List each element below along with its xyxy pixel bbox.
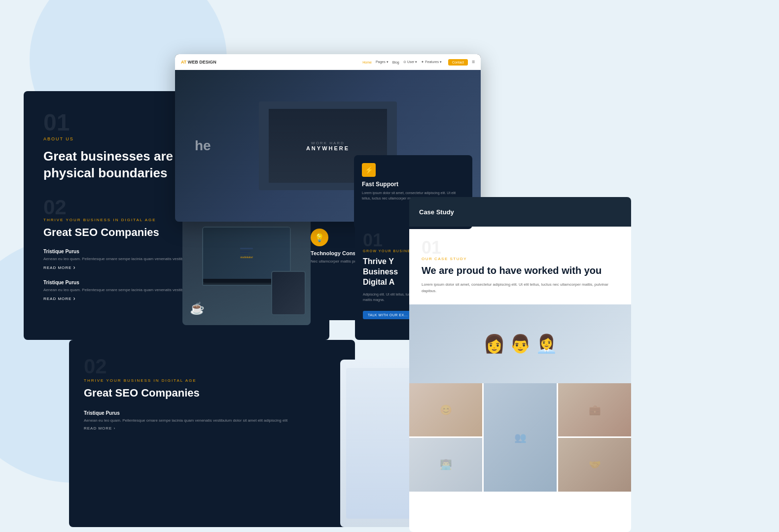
nav-home[interactable]: Home xyxy=(362,61,372,64)
coffee-cup: ☕ xyxy=(190,301,205,315)
talk-button[interactable]: TALK WITH OUR EX... xyxy=(363,311,413,319)
proud-top: 01 OUR CASE STUDY We are proud to have w… xyxy=(409,227,631,304)
gallery-item-4: 👨‍💻 xyxy=(409,438,482,492)
gallery-person-5: 🤝 xyxy=(589,459,601,470)
proud-text: Lorem ipsum dolor sit amet, consectetur … xyxy=(422,282,619,295)
seo-lower-num: 02 xyxy=(84,355,340,378)
nav-pages[interactable]: Pages ▾ xyxy=(376,60,389,64)
person-icon-2: 👨 xyxy=(509,333,531,354)
seo-lower-item: Tristique Purus Aenean eu leo quam. Pell… xyxy=(84,410,340,431)
proud-label: OUR CASE STUDY xyxy=(422,257,619,261)
browser-bar: AT WEB DESIGN Home Pages ▾ Blog ⊙ User ▾… xyxy=(175,54,481,70)
support-title: Fast Support xyxy=(362,181,464,188)
person-icon-1: 👩 xyxy=(483,333,505,354)
seo-lower-label: THRIVE YOUR BUSINESS IN DIGITAL AGE xyxy=(84,378,340,383)
screen-content: studiokabul xyxy=(238,245,255,262)
nav-features[interactable]: ✦ Features ▾ xyxy=(421,60,442,64)
gallery-item-1: 😊 xyxy=(409,383,482,437)
case-study-title: Case Study xyxy=(419,208,454,216)
proud-gallery: 😊 👥 💼 👨‍💻 🤝 xyxy=(409,383,631,492)
tablet xyxy=(271,271,306,315)
browser-nav: Home Pages ▾ Blog ⊙ User ▾ ✦ Features ▾ … xyxy=(362,59,475,66)
person-icon-3: 👩‍💼 xyxy=(535,333,558,354)
gallery-item-3: 💼 xyxy=(558,383,631,437)
gallery-item-2: 👥 xyxy=(484,383,557,492)
consulting-icon: 💡 xyxy=(311,229,328,246)
gallery-person-1: 😊 xyxy=(440,404,452,416)
seo-lower-item-title: Tristique Purus xyxy=(84,410,340,416)
nav-user[interactable]: ⊙ User ▾ xyxy=(403,60,418,64)
gallery-item-5: 🤝 xyxy=(558,438,631,492)
logo-at: AT xyxy=(181,60,186,65)
monitor-text: WORK HARD ANYWHERE xyxy=(306,141,350,151)
nav-blog[interactable]: Blog xyxy=(392,61,399,64)
card-seo-lower: 02 THRIVE YOUR BUSINESS IN DIGITAL AGE G… xyxy=(69,340,355,527)
seo-lower-heading: Great SEO Companies xyxy=(84,387,340,399)
nav-contact-button[interactable]: Contact xyxy=(448,59,468,66)
gallery-person-2: 👥 xyxy=(514,432,527,443)
seo-lower-read-more[interactable]: READ MORE › xyxy=(84,426,340,431)
people-illustration: 👩 👨 👩‍💼 xyxy=(409,304,631,383)
nav-menu[interactable]: ☰ xyxy=(472,60,475,64)
seo-lower-item-text: Aenean eu leo quam. Pellentesque ornare … xyxy=(84,418,340,424)
proud-main-image: 👩 👨 👩‍💼 xyxy=(409,304,631,383)
case-study-header: Case Study xyxy=(409,197,631,227)
support-icon: ⚡ xyxy=(362,163,376,177)
browser-logo: AT WEB DESIGN xyxy=(181,60,216,65)
card-proud: 01 OUR CASE STUDY We are proud to have w… xyxy=(409,227,631,532)
proud-heading: We are proud to have worked with you xyxy=(422,264,619,277)
gallery-person-3: 💼 xyxy=(589,404,601,416)
hero-text: he xyxy=(195,138,211,154)
monitor-line2: ANYWHERE xyxy=(306,145,350,151)
proud-num: 01 xyxy=(422,239,619,257)
gallery-person-4: 👨‍💻 xyxy=(440,459,452,470)
monitor-line1: WORK HARD xyxy=(306,141,350,145)
